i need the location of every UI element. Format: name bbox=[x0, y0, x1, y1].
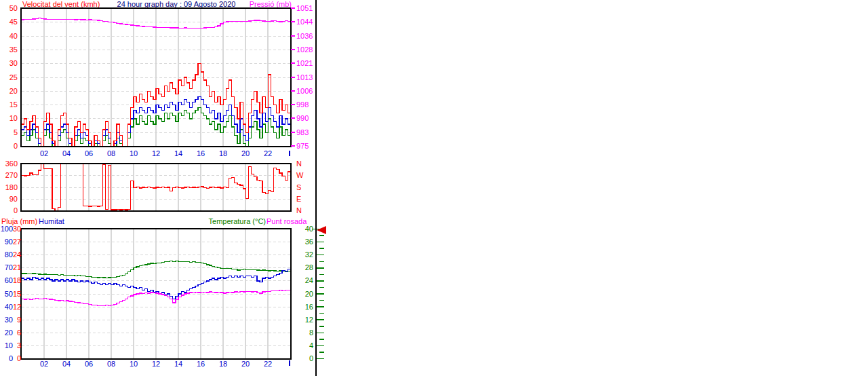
direction-axis-label: 270 bbox=[0, 172, 18, 179]
humidity-axis-label: 30 bbox=[0, 316, 13, 324]
hour-label: 18 bbox=[217, 360, 229, 368]
rain-axis-label: 27 bbox=[13, 238, 21, 246]
hour-label: 08 bbox=[105, 150, 117, 157]
rain-axis-label: 18 bbox=[13, 277, 21, 284]
temperature-label: Temperatura (°C) bbox=[170, 218, 266, 225]
hour-label: 06 bbox=[83, 360, 95, 368]
dewpoint-label: Punt rosada bbox=[267, 218, 307, 225]
humidity-axis-label: 40 bbox=[0, 303, 13, 311]
rain-axis-label: 6 bbox=[13, 329, 21, 337]
pressure-tick bbox=[291, 49, 295, 50]
pressure-tick bbox=[291, 132, 295, 133]
weather-graph-screen: Velocitat del vent (kmh) 24 hour graph d… bbox=[0, 0, 868, 376]
humidity-axis-label: 10 bbox=[0, 342, 13, 350]
hour-label: 10 bbox=[127, 360, 140, 368]
hour-label: 02 bbox=[38, 150, 50, 157]
partial-hour-label-mark-top bbox=[289, 151, 290, 156]
pressure-tick bbox=[291, 77, 295, 78]
compass-axis-label: S bbox=[296, 184, 306, 191]
hour-label: 08 bbox=[105, 360, 117, 368]
temperature-axis-label: 4 bbox=[293, 342, 313, 350]
hour-label: 04 bbox=[60, 360, 73, 368]
wind-axis-label: 15 bbox=[0, 101, 18, 109]
hour-label: 20 bbox=[239, 150, 252, 157]
wind-axis-label: 20 bbox=[0, 88, 18, 95]
rain-axis-label: 12 bbox=[13, 303, 21, 311]
pressure-tick bbox=[291, 145, 295, 147]
hour-label: 16 bbox=[195, 360, 207, 368]
temperature-axis-label: 40 bbox=[293, 225, 313, 233]
pressure-tick bbox=[291, 7, 295, 9]
hour-label: 20 bbox=[239, 360, 252, 368]
compass-axis-label: W bbox=[296, 172, 306, 179]
temperature-axis-label: 0 bbox=[293, 355, 313, 362]
rain-axis-label: 15 bbox=[13, 290, 21, 298]
partial-hour-label-mark-bottom bbox=[289, 360, 290, 366]
wind-axis-label: 35 bbox=[0, 46, 18, 54]
humidity-axis-label: 90 bbox=[0, 238, 13, 246]
direction-axis-label: 180 bbox=[0, 184, 18, 191]
rain-axis-label: 30 bbox=[13, 225, 21, 233]
temperature-axis-label: 20 bbox=[293, 290, 313, 298]
wind-axis-label: 5 bbox=[0, 129, 18, 136]
hour-label: 18 bbox=[217, 150, 229, 157]
hour-label: 10 bbox=[127, 150, 140, 157]
humidity-label: Humitat bbox=[39, 218, 64, 225]
hour-label: 22 bbox=[262, 150, 274, 157]
humidity-axis-label: 60 bbox=[0, 277, 13, 284]
temperature-axis-label: 12 bbox=[293, 316, 313, 324]
pressure-tick bbox=[291, 62, 295, 64]
wind-axis-label: 30 bbox=[0, 60, 18, 67]
hour-label: 14 bbox=[172, 360, 184, 368]
compass-axis-label: N bbox=[296, 207, 306, 214]
rain-axis-label: 21 bbox=[13, 264, 21, 271]
rain-axis-label: 24 bbox=[13, 251, 21, 259]
direction-axis-label: 0 bbox=[0, 207, 18, 214]
temp-humidity-rain-chart bbox=[20, 228, 292, 360]
hour-label: 14 bbox=[172, 150, 184, 157]
temperature-axis-ticks bbox=[312, 228, 326, 360]
temperature-axis-label: 16 bbox=[293, 303, 313, 311]
hour-label: 06 bbox=[83, 150, 95, 157]
temperature-axis-label: 24 bbox=[293, 277, 313, 284]
pressure-tick bbox=[291, 117, 295, 119]
humidity-axis-label: 0 bbox=[0, 355, 13, 362]
humidity-axis-label: 20 bbox=[0, 329, 13, 337]
direction-axis-label: 360 bbox=[0, 160, 18, 168]
hour-label: 02 bbox=[38, 360, 50, 368]
hour-label: 22 bbox=[262, 360, 274, 368]
hour-label: 12 bbox=[150, 150, 162, 157]
wind-axis-label: 0 bbox=[0, 143, 18, 150]
wind-axis-label: 50 bbox=[0, 5, 18, 12]
pressure-tick bbox=[291, 104, 295, 105]
temperature-axis-label: 32 bbox=[293, 251, 313, 259]
humidity-axis-label: 70 bbox=[0, 264, 13, 271]
wind-axis-label: 45 bbox=[0, 18, 18, 26]
compass-axis-label: E bbox=[296, 195, 306, 203]
temperature-axis-label: 28 bbox=[293, 264, 313, 271]
temperature-axis-label: 36 bbox=[293, 238, 313, 246]
wind-direction-chart bbox=[20, 163, 292, 212]
rain-axis-label: 3 bbox=[13, 342, 21, 350]
temperature-axis-label: 8 bbox=[293, 329, 313, 337]
hour-label: 04 bbox=[60, 150, 73, 157]
hour-label: 12 bbox=[150, 360, 162, 368]
humidity-axis-label: 100 bbox=[0, 225, 13, 233]
humidity-axis-label: 80 bbox=[0, 251, 13, 259]
rain-axis-label: 0 bbox=[13, 355, 21, 362]
humidity-axis-label: 50 bbox=[0, 290, 13, 298]
pressure-tick bbox=[291, 21, 295, 22]
current-value-arrow-icon bbox=[317, 226, 326, 234]
pressure-tick bbox=[291, 35, 295, 37]
wind-axis-label: 25 bbox=[0, 74, 18, 81]
wind-axis-label: 10 bbox=[0, 115, 18, 122]
pressure-tick bbox=[291, 90, 295, 92]
wind-pressure-chart bbox=[20, 7, 292, 147]
panel-separator-line bbox=[315, 0, 317, 376]
compass-axis-label: N bbox=[296, 160, 306, 168]
hour-label: 16 bbox=[195, 150, 207, 157]
wind-axis-label: 40 bbox=[0, 33, 18, 40]
rain-axis-label: 9 bbox=[13, 316, 21, 324]
direction-axis-label: 90 bbox=[0, 195, 18, 203]
